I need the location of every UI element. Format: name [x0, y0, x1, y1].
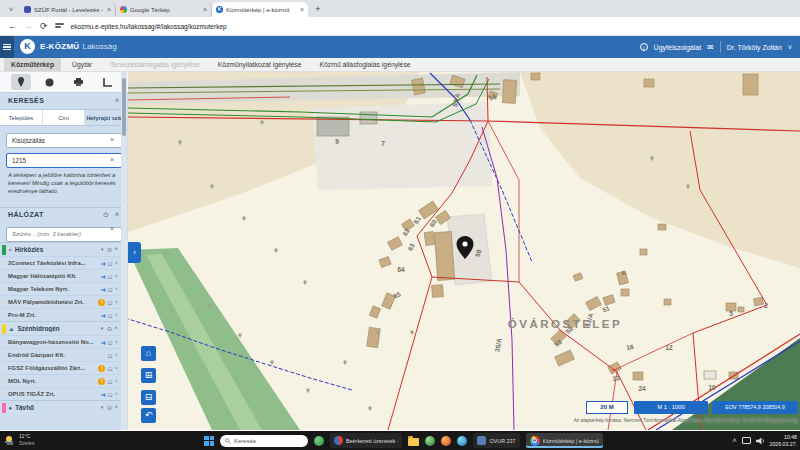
- browser-tab[interactable]: KKözműtérkép | e-közmű×: [212, 2, 308, 17]
- browser-globe-icon[interactable]: [425, 436, 435, 446]
- extent-icon[interactable]: ⊡: [107, 260, 112, 267]
- back-icon[interactable]: ←: [8, 21, 17, 31]
- new-tab-button[interactable]: +: [312, 3, 324, 15]
- eye-icon[interactable]: ⊙: [107, 404, 112, 411]
- network-provider-row[interactable]: MOL Nyrt.!⊡˅: [0, 374, 122, 387]
- network-provider-row[interactable]: Endrőd Gázipari Kft.⊡˅: [0, 348, 122, 361]
- tab-close-icon[interactable]: ×: [107, 6, 111, 13]
- share-icon[interactable]: ⇉: [100, 339, 105, 346]
- nav-tab[interactable]: Közmű állásfoglalás igénylése: [313, 58, 418, 71]
- network-header-icons[interactable]: ⊙ ˄: [103, 211, 121, 219]
- taskbar-window-ovur[interactable]: OVUR 237: [473, 433, 519, 448]
- user-menu[interactable]: Dr. Törköly Zoltán: [727, 44, 782, 51]
- nav-tab[interactable]: Közműtérkép: [4, 58, 61, 71]
- search-tab[interactable]: Cím: [43, 110, 86, 125]
- chevron-down-icon[interactable]: ˅: [114, 260, 118, 266]
- extent-icon[interactable]: ⊡: [107, 365, 112, 372]
- clear-settlement-icon[interactable]: ×: [110, 136, 114, 143]
- zoom-box-button[interactable]: ⊟: [141, 390, 156, 405]
- clear-filter-icon[interactable]: ×: [110, 225, 114, 232]
- nav-tab[interactable]: Ügytár: [65, 58, 99, 71]
- network-group-header[interactable]: ▲Szénhidrogén◐⊙˄: [0, 321, 122, 335]
- share-icon[interactable]: ⇉: [100, 273, 105, 280]
- forward-icon[interactable]: →: [24, 21, 33, 31]
- extent-icon[interactable]: ⊡: [107, 339, 112, 346]
- extent-icon[interactable]: ⊡: [107, 352, 112, 359]
- taskbar-search[interactable]: Keresés: [220, 435, 308, 447]
- network-provider-row[interactable]: MÁV Pályaműködtetési Zrt.!⊡˅: [0, 295, 122, 308]
- eye-icon[interactable]: ⊙: [103, 211, 111, 218]
- sidebar-collapse-button[interactable]: ‹: [128, 242, 141, 263]
- url-text[interactable]: ekozmu.e-epites.hu/lakossag/#/lakossag/k…: [71, 23, 227, 30]
- nav-tab[interactable]: Közműnyilatkozat igénylése: [211, 58, 309, 71]
- extent-icon[interactable]: ⊡: [107, 312, 112, 319]
- chevron-down-icon[interactable]: ˅: [114, 273, 118, 279]
- tab-close-icon[interactable]: ×: [203, 6, 207, 13]
- contrast-icon[interactable]: ◐: [101, 404, 105, 411]
- marker-tool-icon[interactable]: [11, 74, 31, 90]
- file-explorer-icon[interactable]: [408, 438, 419, 446]
- site-info-icon[interactable]: [55, 22, 64, 31]
- chevron-down-icon[interactable]: ˅: [788, 44, 792, 51]
- network-provider-row[interactable]: Bányavagyon-hasznosító No...⇉⊡˅: [0, 335, 122, 348]
- nav-tab[interactable]: Tervezéstámogatás igénylése: [103, 58, 207, 71]
- network-provider-row[interactable]: Magyar Telekom Nyrt.⇉⊡˅: [0, 282, 122, 295]
- chevron-down-icon[interactable]: ˅: [114, 391, 118, 397]
- collapse-group-icon[interactable]: ˄: [114, 404, 118, 411]
- collapse-group-icon[interactable]: ˄: [114, 325, 118, 332]
- reload-icon[interactable]: ⟳: [40, 21, 48, 31]
- network-filter-input[interactable]: [6, 227, 122, 242]
- sidebar-scrollbar[interactable]: [121, 72, 127, 430]
- network-provider-row[interactable]: FGSZ Földgázszállító Zárt...!⊡˅: [0, 361, 122, 374]
- sidebar-scrollbar-thumb[interactable]: [122, 78, 126, 136]
- browser-tab[interactable]: SZÜF Portál - Levelezés - Beérk...×: [20, 2, 116, 17]
- tab-close-icon[interactable]: ×: [300, 6, 304, 13]
- network-provider-row[interactable]: Pro-M Zrt.⇉⊡˅: [0, 308, 122, 321]
- undo-view-button[interactable]: ↶: [141, 408, 156, 423]
- extent-icon[interactable]: ⊡: [107, 378, 112, 385]
- taskbar-window-chrome[interactable]: Közműtérkép | e-közmű: [526, 433, 604, 448]
- contrast-icon[interactable]: ◐: [101, 325, 105, 332]
- hamburger-menu-icon[interactable]: [0, 36, 14, 58]
- tray-expand-icon[interactable]: ˄: [733, 437, 737, 444]
- network-group-header[interactable]: ●Távhő◐⊙˄: [0, 400, 122, 414]
- eye-icon[interactable]: ⊙: [107, 246, 112, 253]
- chevron-down-icon[interactable]: ˅: [114, 299, 118, 305]
- share-icon[interactable]: ⇉: [100, 391, 105, 398]
- chevron-down-icon[interactable]: ˅: [114, 352, 118, 358]
- clear-parcel-icon[interactable]: ×: [110, 156, 114, 163]
- collapse-group-icon[interactable]: ˄: [114, 246, 118, 253]
- extent-icon[interactable]: ⊡: [107, 299, 112, 306]
- network-provider-row[interactable]: 2Connect Távközlési Infra...⇉⊡˅: [0, 256, 122, 269]
- support-link[interactable]: Ügyfélszolgálat: [654, 44, 701, 51]
- print-tool-icon[interactable]: [69, 74, 89, 90]
- taskbar-weather[interactable]: 11°C Szeles: [4, 433, 35, 447]
- contrast-icon[interactable]: ◐: [101, 246, 105, 253]
- network-provider-row[interactable]: OPUS TIGÁZ Zrt.⇉⊡˅: [0, 387, 122, 400]
- share-icon[interactable]: ⇉: [100, 312, 105, 319]
- chevron-down-icon[interactable]: ˅: [114, 378, 118, 384]
- chevron-down-icon[interactable]: ˅: [114, 312, 118, 318]
- display-icon[interactable]: [742, 437, 751, 444]
- edge-icon[interactable]: [457, 436, 467, 446]
- start-button[interactable]: [204, 436, 214, 446]
- zoom-extent-button[interactable]: ⊞: [141, 368, 156, 383]
- measure-tool-icon[interactable]: [98, 74, 118, 90]
- envelope-icon[interactable]: ✉: [707, 43, 714, 52]
- antivirus-icon[interactable]: [314, 436, 324, 446]
- share-icon[interactable]: ⇉: [100, 260, 105, 267]
- settlement-input[interactable]: [6, 133, 122, 148]
- network-group-header[interactable]: ≈Hírközlés◐⊙˄: [0, 242, 122, 256]
- chevron-down-icon[interactable]: ˅: [114, 286, 118, 292]
- home-button[interactable]: ⌂: [141, 346, 156, 361]
- map-canvas[interactable]: 9753/A546160626359646535/A45151/A5253161…: [128, 72, 800, 430]
- search-tab[interactable]: Település: [0, 110, 43, 125]
- chevron-down-icon[interactable]: ˅: [114, 365, 118, 371]
- info-tool-icon[interactable]: [40, 74, 60, 90]
- extent-icon[interactable]: ⊡: [107, 391, 112, 398]
- parcel-number-input[interactable]: [6, 153, 122, 168]
- share-icon[interactable]: ⇉: [100, 286, 105, 293]
- network-provider-row[interactable]: Magyar Hálózatépítő Kft.⇉⊡˅: [0, 269, 122, 282]
- network-panel-header[interactable]: HÁLÓZAT ⊙ ˄: [0, 207, 128, 220]
- clock[interactable]: 10:48 2026.03.27.: [770, 434, 797, 448]
